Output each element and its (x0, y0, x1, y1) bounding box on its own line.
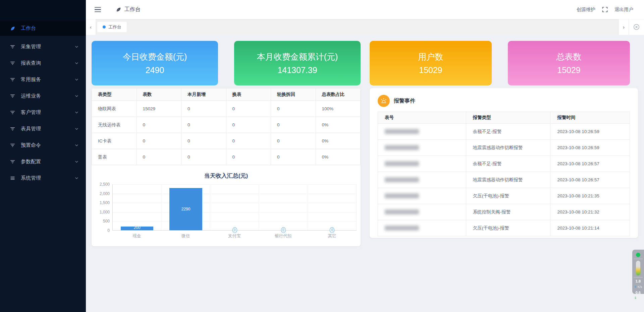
net-speed-monitor-widget[interactable]: 1.8 ⇧ K/s 0.6 ⇩ K/s (632, 250, 644, 294)
alarm-row: 系统控制关阀-报警2023-10-08 10:21:32 (378, 204, 630, 220)
sidebar-item-parameter-config[interactable]: 参数配置 (0, 153, 86, 170)
sidebar-item-preset-commands[interactable]: 预置命令 (0, 137, 86, 153)
meter-summary-table: 表类型表数本月新增换表轮换拆回总表数占比 物联网表15029000100%无线远… (92, 88, 361, 165)
chevron-down-icon (75, 176, 78, 180)
table-row: 普表00000% (92, 149, 361, 165)
gridline (113, 184, 357, 185)
table-cell: 0% (316, 149, 361, 165)
filter-icon (10, 126, 16, 131)
filter-icon (10, 93, 16, 99)
leaf-icon (116, 7, 121, 12)
stat-cards-right: 用户数15029总表数15029 (370, 41, 638, 85)
alarm-time-cell: 2023-10-08 10:26:57 (550, 172, 630, 188)
x-axis-category-label: 现金 (112, 233, 161, 239)
table-row: IC卡表00000% (92, 133, 361, 149)
filter-icon (10, 110, 16, 115)
gridline (113, 221, 357, 222)
table-cell: 0 (271, 117, 316, 133)
tabs-scroll-left-button[interactable]: ‹ (86, 19, 96, 35)
chevron-down-icon (75, 61, 78, 65)
alarm-row: 地震震感器动作切断报警2023-10-08 10:26:57 (378, 172, 630, 188)
table-cell: 0 (181, 117, 226, 133)
sidebar-item-workbench[interactable]: 工作台 (0, 21, 86, 36)
chevron-down-icon (75, 111, 78, 114)
meter-table-header-cell: 表类型 (92, 88, 137, 101)
alarm-table-header-cell: 表号 (378, 112, 466, 124)
sidebar-item-system-mgmt[interactable]: 系统管理 (0, 170, 86, 186)
meter-table-header-cell: 换表 (226, 88, 271, 101)
income-chart: 当天收入汇总(元) 2,5002,0001,5001,0005000200229… (92, 172, 361, 239)
sidebar-item-meter-mgmt[interactable]: 表具管理 (0, 121, 86, 137)
tabbar: ‹ 工作台 › (86, 19, 644, 35)
sidebar-item-label: 运维业务 (21, 93, 75, 99)
y-axis-tick-label: 1,500 (100, 200, 110, 205)
logout-link[interactable]: 退出用户 (614, 7, 633, 13)
sidebar-item-collection-mgmt[interactable]: 采集管理 (0, 39, 86, 55)
alarm-panel-title: 报警事件 (394, 98, 415, 105)
gridline (210, 184, 210, 230)
stat-card-value: 15029 (419, 65, 442, 75)
x-axis-category-label: 其它 (308, 233, 357, 239)
alarm-table-header-cell: 报警时间 (550, 112, 630, 124)
sidebar-item-label: 预置命令 (21, 142, 75, 148)
hamburger-icon[interactable] (95, 7, 101, 12)
divider (634, 277, 643, 277)
alarm-type-cell: 余额不足-报警 (466, 156, 550, 172)
meter-no-redacted (385, 129, 419, 134)
table-cell: 物联网表 (92, 101, 137, 117)
sidebar-item-ops-business[interactable]: 运维业务 (0, 88, 86, 104)
sidebar-item-label: 工作台 (21, 25, 78, 32)
breadcrumb: 工作台 (116, 6, 141, 13)
alarm-panel-header: 报警事件 (378, 95, 630, 107)
sidebar-item-label: 参数配置 (21, 159, 75, 165)
bar-value-label-zero: 0 (232, 227, 237, 233)
sidebar-item-customer-mgmt[interactable]: 客户管理 (0, 104, 86, 121)
table-cell: 0 (226, 149, 271, 165)
chart-plot-area: 2,5002,0001,5001,00050002002290000 (112, 184, 357, 231)
sidebar-item-report-query[interactable]: 报表查询 (0, 55, 86, 71)
stat-card-value: 141307.39 (277, 65, 317, 75)
alarm-time-cell: 2023-10-08 10:26:57 (550, 156, 630, 172)
sidebar-item-label: 采集管理 (21, 44, 75, 50)
tab-workbench[interactable]: 工作台 (97, 22, 127, 32)
alarm-type-cell: 欠压(干电池)-报警 (466, 220, 550, 236)
table-cell: 0 (181, 133, 226, 149)
table-cell: 0 (181, 101, 226, 117)
download-speed-value: 0.6 (636, 291, 641, 295)
meter-no-cell (378, 220, 466, 236)
main-area: 工作台 创源维护 退出用户 ‹ 工作台 (86, 0, 644, 312)
tabs-close-all-button[interactable] (629, 19, 644, 35)
sidebar: 工作台采集管理报表查询常用服务运维业务客户管理表具管理预置命令参数配置系统管理 (0, 0, 86, 312)
arrow-up-icon: ⇧ (634, 285, 637, 289)
maintainer-account-link[interactable]: 创源维护 (577, 7, 595, 13)
bar-value-label: 200 (121, 225, 153, 230)
bar-value-label-zero: 0 (330, 227, 334, 233)
table-cell: 0 (226, 133, 271, 149)
chart-title: 当天收入汇总(元) (92, 172, 361, 180)
sidebar-item-common-services[interactable]: 常用服务 (0, 71, 86, 88)
sidebar-item-label: 常用服务 (21, 76, 75, 83)
tabs-scroll-right-button[interactable]: › (619, 19, 629, 35)
meter-no-cell (378, 140, 466, 156)
alarm-row: 余额不足-报警2023-10-08 10:26:59 (378, 124, 630, 140)
breadcrumb-label: 工作台 (124, 6, 141, 13)
table-cell: 0% (316, 117, 361, 133)
alarm-siren-icon (378, 95, 390, 107)
meter-table-header-cell: 轮换拆回 (271, 88, 316, 101)
header-right: 创源维护 退出用户 (577, 7, 633, 13)
fullscreen-icon[interactable] (602, 7, 608, 12)
meter-no-cell (378, 204, 466, 220)
left-column: 今日收费金额(元)2490本月收费金额累计(元)141307.39 表类型表数本… (92, 41, 361, 312)
stat-card-user-count: 用户数15029 (370, 41, 492, 85)
tabs-strip: 工作台 (96, 19, 619, 35)
sidebar-item-label: 系统管理 (21, 175, 75, 181)
meter-no-redacted (385, 193, 419, 198)
gridline (308, 184, 308, 230)
chart-bar-微信: 2290 (169, 188, 202, 230)
upload-speed-unit: ⇧ K/s (634, 286, 642, 289)
table-cell: 0 (137, 133, 181, 149)
download-speed-unit: ⇩ K/s (634, 297, 642, 300)
stat-card-value: 2490 (146, 65, 164, 75)
sidebar-item-label: 客户管理 (21, 109, 75, 116)
alarm-row: 欠压(干电池)-报警2023-10-08 10:21:14 (378, 220, 630, 236)
